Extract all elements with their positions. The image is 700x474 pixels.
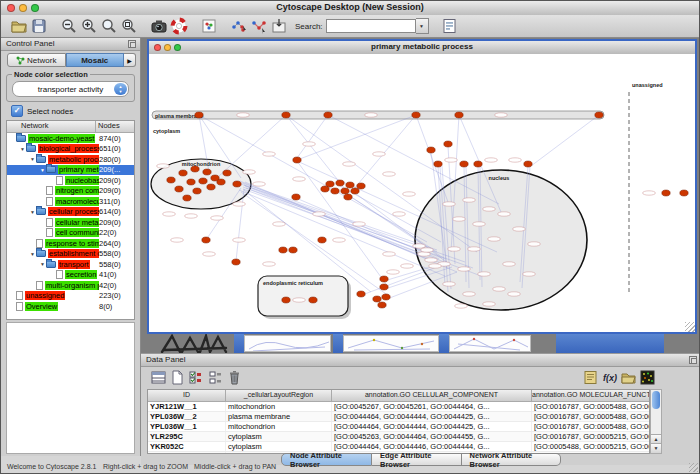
scroll-down-button[interactable]: ▼ — [651, 443, 661, 453]
node-color-dropdown[interactable]: transporter activity ▲▼ — [12, 81, 129, 97]
open-session-button[interactable] — [9, 16, 29, 36]
tree-col-network[interactable]: Network — [7, 121, 95, 132]
network-node[interactable] — [412, 112, 420, 118]
tab-network[interactable]: Network — [7, 53, 66, 67]
background-window[interactable] — [343, 335, 439, 352]
select-attributes-button[interactable] — [187, 369, 206, 387]
network-node[interactable] — [232, 259, 240, 265]
tree-row[interactable]: ▼metabolic process280(0) — [7, 154, 134, 165]
network-node[interactable] — [680, 190, 688, 196]
network-node[interactable] — [187, 179, 195, 185]
network-node[interactable] — [382, 294, 390, 300]
network-node[interactable] — [346, 182, 354, 188]
select-nodes-tool-button[interactable] — [229, 16, 249, 36]
disclosure-arrow-icon[interactable]: ▼ — [39, 261, 46, 267]
select-edges-tool-button[interactable] — [249, 16, 269, 36]
background-window-border[interactable] — [234, 334, 244, 353]
network-node[interactable] — [293, 157, 301, 163]
attribute-table-header[interactable]: ID _cellularLayoutRegion annotation.GO C… — [148, 390, 649, 402]
network-node[interactable] — [341, 188, 349, 194]
float-panel-icon[interactable] — [128, 40, 136, 48]
col-id[interactable]: ID — [148, 390, 226, 401]
tree-row[interactable]: nitrogen compo209(0) — [7, 186, 134, 197]
help-button[interactable] — [169, 16, 189, 36]
network-node[interactable] — [233, 181, 241, 187]
tree-row[interactable]: ▼primary metabo209(... — [7, 165, 134, 176]
zoom-out-button[interactable] — [59, 16, 79, 36]
disclosure-arrow-icon[interactable]: ▼ — [29, 209, 36, 215]
annotation-button[interactable] — [269, 16, 289, 36]
disclosure-arrow-icon[interactable]: ▼ — [19, 146, 26, 152]
network-node[interactable] — [309, 297, 317, 303]
delete-attribute-button[interactable] — [225, 369, 244, 387]
disclosure-arrow-icon[interactable]: ▼ — [39, 167, 46, 173]
birds-eye-view-panel[interactable] — [6, 322, 135, 454]
background-window[interactable] — [449, 335, 531, 352]
network-node[interactable] — [460, 161, 468, 167]
background-network-sketch[interactable] — [159, 334, 231, 353]
network-node[interactable] — [427, 147, 435, 153]
network-node[interactable] — [292, 194, 300, 200]
unselect-attributes-button[interactable] — [206, 369, 225, 387]
network-node[interactable] — [336, 180, 344, 186]
network-node[interactable] — [357, 183, 365, 189]
background-window-border[interactable] — [439, 334, 449, 353]
network-node[interactable] — [289, 247, 297, 253]
network-node[interactable] — [331, 188, 339, 194]
function-builder-button[interactable]: f(x) — [600, 369, 619, 387]
disclosure-arrow-icon[interactable]: ▼ — [29, 251, 36, 257]
network-node[interactable] — [595, 112, 603, 118]
network-node[interactable] — [203, 169, 211, 175]
network-node[interactable] — [380, 284, 388, 290]
search-dropdown-button[interactable]: ▼ — [416, 18, 429, 34]
tree-row[interactable]: unassigned223(0) — [7, 291, 134, 302]
app-resize-grip[interactable] — [689, 463, 698, 472]
network-node[interactable] — [434, 161, 442, 167]
scrollbar-thumb[interactable] — [652, 391, 660, 409]
network-node[interactable] — [318, 237, 326, 243]
tree-row[interactable]: nucleobase-209(0) — [7, 175, 134, 186]
network-node[interactable] — [378, 302, 386, 308]
notes-button[interactable] — [581, 369, 600, 387]
tree-header[interactable]: Network Nodes — [7, 121, 134, 133]
attribute-table-button[interactable] — [149, 369, 168, 387]
background-window-border[interactable] — [333, 334, 343, 353]
table-row[interactable]: YJR121W__1mitochondrion[GO:0045267, GO:0… — [148, 402, 649, 412]
tree-col-nodes[interactable]: Nodes — [95, 121, 134, 132]
network-node[interactable] — [179, 170, 187, 176]
disclosure-arrow-icon[interactable]: ▼ — [29, 156, 36, 162]
network-node[interactable] — [357, 291, 365, 297]
tree-row[interactable]: ▼establishment of lo558(0) — [7, 249, 134, 260]
network-node[interactable] — [217, 179, 225, 185]
network-node[interactable] — [524, 161, 532, 167]
network-node[interactable] — [207, 184, 215, 190]
tab-mosaic[interactable]: Mosaic — [66, 53, 125, 67]
network-node[interactable] — [282, 112, 290, 118]
network-node[interactable] — [193, 188, 201, 194]
network-node[interactable] — [199, 178, 207, 184]
tree-row[interactable]: ▼cellular process614(0) — [7, 207, 134, 218]
network-node[interactable] — [324, 112, 332, 118]
create-attribute-button[interactable] — [168, 369, 187, 387]
search-input[interactable] — [326, 19, 416, 33]
save-session-button[interactable] — [29, 16, 49, 36]
network-node[interactable] — [191, 166, 199, 172]
zoom-in-button[interactable] — [79, 16, 99, 36]
network-node[interactable] — [373, 296, 381, 302]
zoom-selected-button[interactable] — [99, 16, 119, 36]
network-node[interactable] — [202, 237, 210, 243]
network-canvas[interactable]: plasma membranecytoplasmmitochondrionnuc… — [149, 54, 695, 332]
network-node[interactable] — [175, 186, 183, 192]
network-node[interactable] — [455, 112, 463, 118]
network-node[interactable] — [344, 194, 352, 200]
col-region[interactable]: _cellularLayoutRegion — [226, 390, 332, 401]
resize-grip[interactable] — [685, 322, 695, 332]
network-node[interactable] — [167, 177, 175, 183]
network-view-window[interactable]: primary metabolic process plasma membran… — [147, 39, 697, 334]
network-node[interactable] — [351, 188, 359, 194]
table-row[interactable]: YPL036W__1mitochondrion[GO:0044464, GO:0… — [148, 422, 649, 432]
zoom-fit-button[interactable] — [119, 16, 139, 36]
tree-row[interactable]: macromolecule311(0) — [7, 196, 134, 207]
table-row[interactable]: YLR295Ccytoplasm[GO:0045263, GO:0044464,… — [148, 432, 649, 442]
col-molecular-function[interactable]: annotation.GO MOLECULAR_FUNCTION — [532, 390, 650, 401]
